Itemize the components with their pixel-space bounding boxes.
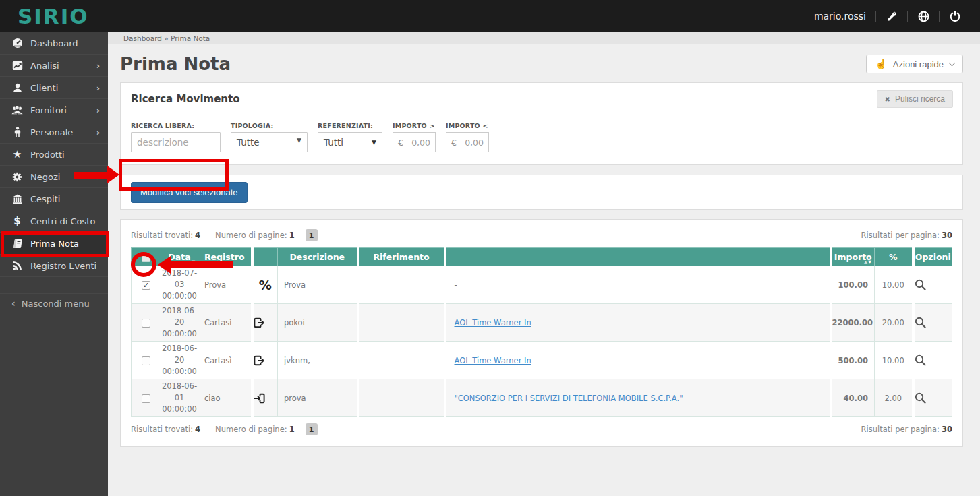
search-icon[interactable]	[915, 354, 952, 366]
header-registro[interactable]: Registro	[198, 248, 252, 266]
sort-icons[interactable]: ▲▼	[864, 259, 872, 265]
sidebar-item-label: Centri di Costo	[30, 216, 95, 226]
edit-selected-button[interactable]: Modifica voci selezionate	[131, 182, 248, 203]
free-search-input[interactable]	[131, 132, 221, 152]
quick-actions-button[interactable]: ☝ Azioni rapide	[866, 55, 963, 73]
power-icon[interactable]	[949, 10, 961, 22]
sidebar-item-dashboard[interactable]: Dashboard	[0, 32, 108, 55]
sign-in-icon	[252, 379, 278, 417]
separator	[875, 11, 876, 22]
referenziati-select[interactable]: Tutti ▼	[318, 132, 382, 152]
page-1-button[interactable]: 1	[306, 229, 318, 241]
chevron-left-icon: ‹	[11, 298, 16, 309]
cell-date: 2018-06-01 00:00:00	[161, 379, 198, 417]
sidebar: Dashboard Analisi › Clienti › Fornitori …	[0, 32, 108, 496]
chevron-right-icon: ›	[96, 83, 100, 93]
referenziati-value: Tutti	[324, 137, 343, 148]
chevron-right-icon: ›	[96, 105, 100, 115]
cell-importo: 40.00	[831, 379, 875, 417]
cell-pct: 2.00	[875, 379, 913, 417]
row-checkbox[interactable]	[142, 394, 150, 403]
page-1-button[interactable]: 1	[306, 423, 318, 435]
sidebar-item-analisi[interactable]: Analisi ›	[0, 55, 108, 77]
gear-icon	[11, 171, 23, 182]
sidebar-item-negozi[interactable]: Negozi ›	[0, 166, 108, 188]
cell-date: 2018-06-20 00:00:00	[161, 342, 198, 379]
reference-link[interactable]: AOL Time Warner In	[455, 318, 531, 328]
header-riferimento[interactable]: Riferimento	[358, 248, 445, 266]
dollar-icon: $	[11, 216, 23, 226]
cell-opzioni	[913, 379, 952, 417]
per-page-value: 30	[942, 230, 952, 240]
cell-pct: 10.00	[875, 342, 913, 379]
tipologia-select[interactable]: Tutte ▼	[231, 132, 308, 152]
dashboard-icon	[11, 38, 23, 49]
cell-descrizione: prova	[278, 379, 358, 417]
pages-label: Numero di pagine:	[215, 230, 287, 240]
user-icon	[11, 82, 23, 93]
cell-opzioni	[913, 342, 952, 379]
cell-descrizione: Prova	[278, 266, 358, 304]
header-pct[interactable]: %	[875, 248, 913, 266]
sidebar-item-cespiti[interactable]: Cespiti	[0, 188, 108, 210]
sidebar-spacer	[0, 277, 108, 293]
sort-icons[interactable]: ▲▼	[188, 259, 196, 265]
wrench-icon[interactable]	[886, 10, 898, 22]
sidebar-item-prima-nota[interactable]: Prima Nota	[0, 232, 108, 255]
header-importo[interactable]: Importo▲▼	[831, 248, 875, 266]
importo-gt-value: 0,00	[411, 137, 430, 148]
cell-opzioni	[913, 266, 952, 304]
sign-out-icon	[252, 342, 278, 379]
results-panel: Risultati trovati:4 Numero di pagine:1 1…	[120, 219, 963, 447]
results-meta-bottom: Risultati trovati:4 Numero di pagine:1 1…	[131, 423, 952, 435]
cell-riferimento	[358, 304, 445, 342]
cell-pct: 20.00	[875, 304, 913, 342]
header-select-all	[132, 248, 161, 266]
username[interactable]: mario.rossi	[814, 11, 866, 22]
select-all-checkbox[interactable]	[142, 253, 150, 262]
importo-lt-input[interactable]: € 0,00	[446, 132, 489, 152]
bank-icon	[11, 193, 23, 204]
sidebar-item-prodotti[interactable]: ★ Prodotti	[0, 144, 108, 166]
clear-search-label: Pulisci ricerca	[895, 94, 945, 104]
pages-label: Numero di pagine:	[215, 425, 287, 434]
globe-icon[interactable]	[917, 10, 929, 22]
collapse-menu-button[interactable]: ‹ Nascondi menu	[0, 293, 108, 313]
importo-gt-input[interactable]: € 0,00	[393, 132, 436, 152]
per-page-label: Risultati per pagina:	[861, 425, 940, 434]
cell-reference: "CONSORZIO PER I SERVIZI DI TELEFONIA MO…	[445, 379, 831, 417]
free-search-field: RICERCA LIBERA:	[131, 122, 221, 152]
row-checkbox[interactable]	[142, 319, 150, 328]
sidebar-item-label: Negozi	[30, 172, 60, 182]
euro-icon: €	[451, 137, 457, 148]
search-icon[interactable]	[915, 392, 952, 404]
header-data[interactable]: Data▲▼	[161, 248, 198, 266]
row-checkbox[interactable]	[142, 356, 150, 365]
sidebar-item-clienti[interactable]: Clienti ›	[0, 77, 108, 99]
header-descrizione[interactable]: Descrizione	[278, 248, 358, 266]
topbar: SIRIO mario.rossi	[0, 0, 980, 32]
cell-descrizione: jvknm,	[278, 342, 358, 379]
page-title: Prima Nota	[120, 54, 231, 74]
reference-link[interactable]: "CONSORZIO PER I SERVIZI DI TELEFONIA MO…	[455, 394, 683, 403]
reference-link[interactable]: AOL Time Warner In	[455, 356, 531, 365]
found-label: Risultati trovati:	[131, 425, 193, 434]
per-page-value: 30	[942, 425, 952, 434]
found-value: 4	[195, 230, 200, 240]
header-opzioni: Opzioni	[913, 248, 952, 266]
sidebar-item-centri-di-costo[interactable]: $ Centri di Costo	[0, 210, 108, 232]
sidebar-item-registro-eventi[interactable]: Registro Eventi	[0, 255, 108, 277]
table-row: 2018-06-20 00:00:00 Cartasì jvknm, AOL T…	[132, 342, 952, 379]
row-checkbox[interactable]: ✓	[142, 281, 150, 290]
chevron-right-icon: ›	[96, 61, 100, 71]
search-icon[interactable]	[915, 279, 952, 290]
collapse-menu-label: Nascondi menu	[22, 299, 90, 309]
sidebar-item-label: Personale	[30, 127, 73, 137]
clear-search-button[interactable]: ✖ Pulisci ricerca	[877, 90, 953, 108]
sidebar-item-fornitori[interactable]: Fornitori ›	[0, 99, 108, 121]
importo-lt-value: 0,00	[465, 137, 484, 148]
importo-gt-label: IMPORTO >	[393, 122, 436, 129]
sidebar-item-personale[interactable]: Personale ›	[0, 121, 108, 144]
search-icon[interactable]	[915, 317, 952, 328]
free-search-label: RICERCA LIBERA:	[131, 122, 221, 129]
